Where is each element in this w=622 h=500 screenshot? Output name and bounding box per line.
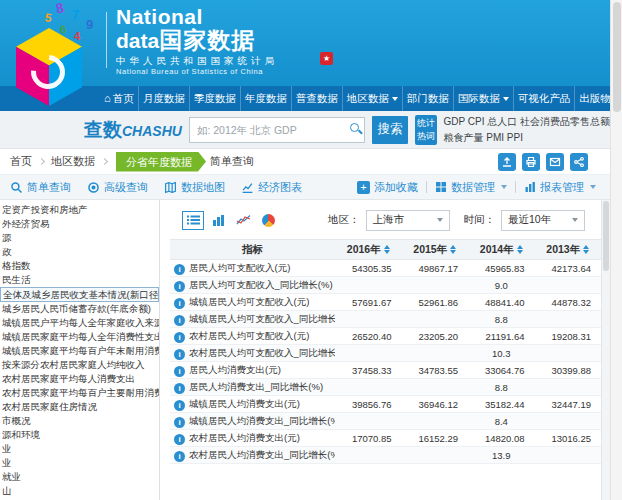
sort-icon	[517, 245, 523, 254]
sidebar-item[interactable]: 就业	[0, 470, 159, 484]
sidebar-item[interactable]: 市概况	[0, 414, 159, 428]
line-chart-view-icon[interactable]	[232, 211, 254, 230]
sidebar-item-selected[interactable]: 全体及城乡居民收支基本情况(新口径)	[0, 287, 159, 302]
sidebar-item[interactable]: 农村居民家庭住房情况	[0, 400, 159, 414]
search-button[interactable]: 搜索	[372, 116, 408, 144]
hot-words-line1[interactable]: GDP CPI 总人口 社会消费品零售总额	[444, 116, 611, 127]
info-icon[interactable]: i	[174, 298, 185, 309]
info-icon[interactable]: i	[174, 366, 185, 377]
info-icon[interactable]: i	[174, 349, 185, 360]
table-row: i城镇居民人均消费支出(元) 39856.76 36946.12 35182.4…	[170, 396, 601, 413]
sidebar-item[interactable]: 源和环境	[0, 428, 159, 442]
info-icon[interactable]: i	[174, 383, 185, 394]
info-icon[interactable]: i	[174, 434, 185, 445]
info-icon[interactable]: i	[174, 281, 185, 292]
metric-label: 城镇居民人均可支配收入_同比增长(%)	[189, 313, 335, 324]
sidebar-item[interactable]: 业	[0, 456, 159, 470]
year-column-header[interactable]: 2014年	[468, 240, 535, 260]
nav-label: 首页	[113, 86, 134, 111]
bar-chart-view-icon[interactable]	[207, 211, 229, 230]
info-icon[interactable]: i	[174, 264, 185, 275]
toolbar-data-map[interactable]: 数据地图	[164, 180, 225, 195]
cell-value: 35182.44	[468, 396, 535, 413]
home-icon: ⌂	[104, 86, 111, 111]
nav-label: 普查数据	[296, 86, 338, 111]
chart-icon	[241, 181, 254, 194]
cell-value: 26520.40	[335, 328, 402, 345]
breadcrumb-regional-data[interactable]: 地区数据	[51, 154, 95, 169]
content-scrollbar[interactable]	[601, 200, 610, 500]
sidebar-item[interactable]: 外经济贸易	[0, 217, 159, 231]
nav-item-census[interactable]: 普查数据	[292, 86, 343, 111]
info-icon[interactable]: i	[174, 315, 185, 326]
sidebar-item[interactable]: 按来源分农村居民家庭人均纯收入	[0, 358, 159, 372]
search-icon[interactable]	[350, 123, 359, 132]
print-icon[interactable]	[522, 153, 540, 171]
info-icon[interactable]: i	[174, 451, 185, 462]
info-icon[interactable]: i	[174, 417, 185, 428]
info-icon[interactable]: i	[174, 332, 185, 343]
nav-item-departmental[interactable]: 部门数据	[403, 86, 454, 111]
breadcrumb-simple-query[interactable]: 简单查询	[210, 154, 254, 169]
nav-item-international[interactable]: 国际数据	[454, 86, 514, 111]
time-select[interactable]: 最近10年	[501, 210, 585, 231]
nav-label: 国际数据	[458, 86, 500, 111]
nav-item-regional[interactable]: 地区数据	[343, 86, 403, 111]
toolbar-advanced-query[interactable]: 高级查询	[87, 180, 148, 195]
report-management-menu[interactable]: 报表管理	[524, 180, 596, 195]
sidebar-item[interactable]: 农村居民家庭平均每人消费支出	[0, 372, 159, 386]
table-row: i农村居民人均可支配收入(元) 26520.40 23205.20 21191.…	[170, 328, 601, 345]
sidebar-item[interactable]: 业	[0, 442, 159, 456]
sidebar-item[interactable]: 定资产投资和房地产	[0, 203, 159, 217]
sidebar-item[interactable]: 源	[0, 231, 159, 245]
scrollbar-thumb[interactable]	[603, 201, 609, 271]
table-view-icon[interactable]	[182, 211, 204, 230]
toolbar-economic-charts[interactable]: 经济图表	[241, 180, 302, 195]
scrollbar-thumb[interactable]	[613, 2, 621, 112]
nav-item-monthly[interactable]: 月度数据	[139, 86, 190, 111]
breadcrumb-annual-by-province[interactable]: 分省年度数据	[116, 152, 206, 172]
nav-item-quarterly[interactable]: 季度数据	[190, 86, 241, 111]
year-column-header[interactable]: 2015年	[402, 240, 469, 260]
share-icon[interactable]	[570, 153, 588, 171]
metric-label: 农村居民人均消费支出_同比增长(%)	[189, 449, 335, 460]
year-column-header[interactable]: 2013年	[535, 240, 602, 260]
add-favorite-button[interactable]: + 添加收藏	[357, 180, 418, 195]
data-table: 指标 2016年 2015年 2014年 2013年 i居民人均可支配收入(元)…	[170, 239, 601, 464]
data-management-menu[interactable]: 数据管理	[435, 180, 507, 195]
info-icon[interactable]: i	[174, 400, 185, 411]
hot-badge-line2: 热词	[415, 130, 436, 143]
search-input[interactable]	[189, 117, 365, 143]
nav-item-home[interactable]: ⌂ 首页	[100, 86, 139, 111]
year-column-header[interactable]: 2016年	[335, 240, 402, 260]
metric-label: 农村居民人均可支配收入(元)	[189, 330, 309, 341]
nav-item-publications[interactable]: 出版物	[575, 86, 610, 111]
cell-value	[535, 277, 602, 294]
sidebar-item[interactable]: 城镇居民户平均每人全年家庭收入来源	[0, 316, 159, 330]
sidebar-item[interactable]: 民生活	[0, 273, 159, 287]
toolbar-label: 经济图表	[258, 180, 302, 195]
sidebar-item[interactable]: 格指数	[0, 259, 159, 273]
hot-words-line2[interactable]: 粮食产量 PMI PPI	[444, 132, 523, 143]
sidebar-item[interactable]: 政	[0, 245, 159, 259]
nav-item-visualization[interactable]: 可视化产品	[514, 86, 576, 111]
nav-item-annual[interactable]: 年度数据	[241, 86, 292, 111]
sidebar-item[interactable]: 城镇居民家庭平均每百户年末耐用消费品拥有量	[0, 344, 159, 358]
page-scrollbar[interactable]	[610, 0, 622, 500]
caret-down-icon	[503, 97, 509, 101]
toolbar-label: 数据地图	[181, 180, 225, 195]
chashu-logo: 查数CHASHU	[84, 117, 182, 143]
toolbar-simple-query[interactable]: 简单查询	[10, 180, 71, 195]
sidebar-item[interactable]: 农村居民家庭平均每百户主要耐用消费品拥有量	[0, 386, 159, 400]
sidebar-item[interactable]: 山	[0, 484, 159, 498]
main-panel: 地区： 上海市 时间： 最近10年 指标	[160, 200, 601, 500]
sidebar-item[interactable]: 城镇居民家庭平均每人全年消费性支出	[0, 330, 159, 344]
content-area: 定资产投资和房地产 外经济贸易 源 政 格指数 民生活 全体及城乡居民收支基本情…	[0, 200, 610, 500]
breadcrumb-home[interactable]: 首页	[10, 154, 32, 169]
cell-value: 23205.20	[402, 328, 469, 345]
pie-chart-view-icon[interactable]	[257, 211, 279, 230]
email-icon[interactable]	[546, 153, 564, 171]
sidebar-item[interactable]: 城乡居民人民币储蓄存款(年底余额)	[0, 302, 159, 316]
export-icon[interactable]	[498, 153, 516, 171]
region-select[interactable]: 上海市	[366, 210, 450, 231]
